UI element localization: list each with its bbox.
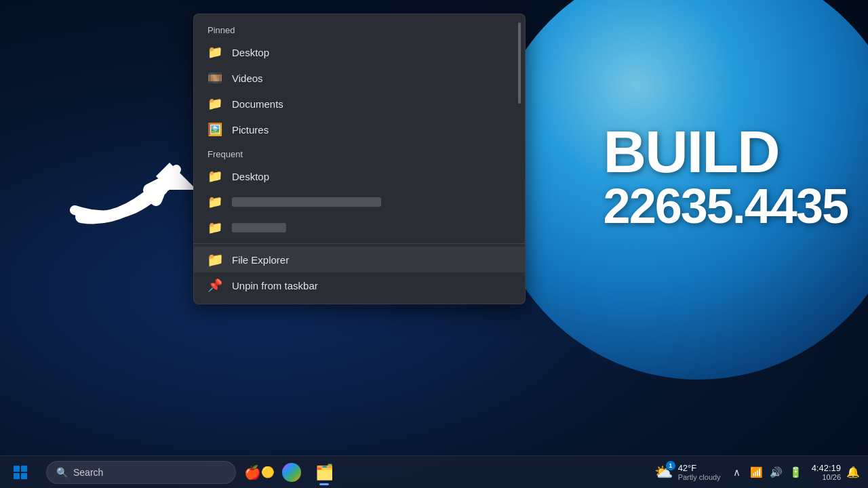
wifi-icon[interactable]: 📶 (750, 466, 763, 479)
menu-item-blurred-2[interactable]: 📁 (194, 215, 525, 241)
menu-item-pictures-label: Pictures (232, 124, 269, 136)
folder-blue-frequent-icon: 📁 (208, 169, 222, 184)
menu-item-documents-label: Documents (232, 98, 283, 110)
taskbar-apps: 🍎🟡 🗂️ (244, 458, 339, 487)
taskbar-start (0, 460, 41, 485)
battery-icon[interactable]: 🔋 (789, 466, 802, 479)
pinned-section-label: Pinned (194, 22, 525, 39)
taskbar-app-file-explorer[interactable]: 🗂️ (309, 458, 339, 487)
clock[interactable]: 4:42:19 10/26 (812, 463, 841, 481)
blurred-text-1 (232, 197, 381, 207)
unpin-icon: 📌 (208, 278, 222, 293)
search-icon: 🔍 (56, 467, 68, 478)
notification-icon[interactable]: 🔔 (846, 466, 860, 479)
menu-item-desktop-pinned-label: Desktop (232, 47, 269, 58)
menu-item-unpin-label: Unpin from taskbar (232, 280, 318, 291)
windows-logo-icon (13, 465, 28, 480)
volume-icon[interactable]: 🔊 (770, 466, 783, 479)
menu-item-documents[interactable]: 📁 Documents (194, 91, 525, 117)
taskbar: 🔍 Search 🍎🟡 🗂️ ⛅ 1 42°F Partly cloudy (0, 455, 868, 488)
menu-item-desktop-frequent-label: Desktop (232, 171, 269, 182)
svg-rect-2 (21, 466, 27, 472)
menu-item-videos-label: Videos (232, 73, 263, 84)
menu-item-file-explorer-label: File Explorer (232, 254, 289, 266)
folder-yellow-icon-2: 📁 (208, 220, 222, 235)
weather-widget[interactable]: ⛅ 1 42°F Partly cloudy (648, 463, 728, 481)
weather-icon: ⛅ 1 (654, 464, 673, 481)
weather-temp: 42°F (678, 463, 721, 473)
menu-item-file-explorer[interactable]: 📁 File Explorer (194, 247, 525, 272)
clock-time: 4:42:19 (812, 463, 841, 473)
clock-date: 10/26 (822, 473, 841, 481)
svg-rect-4 (21, 473, 27, 479)
blurred-text-2 (232, 223, 286, 232)
taskbar-right: ⛅ 1 42°F Partly cloudy ∧ 📶 🔊 🔋 4:42:19 1… (639, 463, 868, 481)
file-explorer-icon: 📁 (208, 252, 222, 267)
taskbar-app-emoji[interactable]: 🍎🟡 (244, 458, 274, 487)
folder-docs-icon: 📁 (208, 96, 222, 111)
build-label: BUILD (604, 118, 779, 185)
menu-item-videos[interactable]: 🎞️ Videos (194, 65, 525, 91)
svg-rect-3 (14, 473, 20, 479)
taskbar-app-color[interactable] (277, 458, 307, 487)
weather-badge: 1 (666, 461, 675, 470)
svg-rect-1 (14, 466, 20, 472)
context-menu: Pinned 📁 Desktop 🎞️ Videos 📁 Documents 🖼… (193, 14, 526, 304)
search-label: Search (73, 467, 103, 478)
search-bar[interactable]: 🔍 Search (46, 461, 236, 484)
build-overlay: BUILD 22635.4435 (604, 122, 848, 230)
menu-item-desktop-frequent[interactable]: 📁 Desktop (194, 163, 525, 189)
menu-item-blurred-1[interactable]: 📁 (194, 189, 525, 215)
build-number: 22635.4435 (604, 182, 848, 230)
menu-item-desktop-pinned[interactable]: 📁 Desktop (194, 39, 525, 65)
frequent-section-label: Frequent (194, 146, 525, 163)
menu-item-unpin[interactable]: 📌 Unpin from taskbar (194, 272, 525, 298)
arrow-decoration (68, 149, 203, 230)
folder-videos-icon: 🎞️ (208, 70, 222, 85)
context-menu-separator (194, 243, 525, 244)
folder-blue-icon: 📁 (208, 45, 222, 60)
menu-item-pictures[interactable]: 🖼️ Pictures (194, 117, 525, 142)
start-button[interactable] (8, 460, 33, 485)
folder-pictures-icon: 🖼️ (208, 122, 222, 137)
chevron-up-icon[interactable]: ∧ (733, 466, 741, 479)
folder-yellow-icon-1: 📁 (208, 195, 222, 209)
weather-desc: Partly cloudy (678, 473, 721, 481)
weather-text: 42°F Partly cloudy (678, 463, 721, 481)
system-icons: 📶 🔊 🔋 (746, 466, 806, 479)
